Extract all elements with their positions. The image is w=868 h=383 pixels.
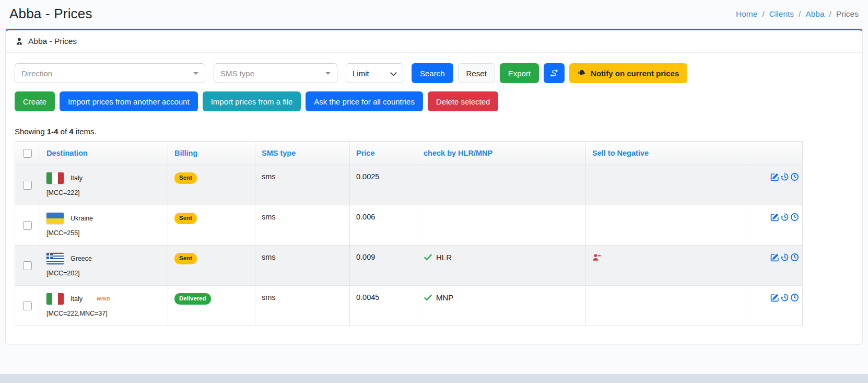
edit-icon	[770, 293, 779, 302]
items-summary: Showing 1-4 of 4 items.	[15, 127, 853, 136]
check-icon	[424, 253, 432, 262]
table-row: Italy [MCC=222] Sent sms 0.0025	[15, 165, 803, 205]
sort-billing[interactable]: Billing	[174, 149, 197, 157]
destination-cell: Ukraine [MCC=255]	[40, 205, 168, 246]
row-checkbox[interactable]	[23, 221, 32, 230]
check-hlr-mnp-cell	[417, 205, 586, 246]
mcc-code: [MCC=222,MNC=37]	[46, 310, 161, 317]
summary-range: 1-4	[47, 127, 58, 136]
billing-cell: Delivered	[168, 286, 255, 326]
import-from-file-button[interactable]: Import prices from a file	[203, 91, 301, 111]
price-cell: 0.006	[350, 205, 417, 246]
sms-type-cell: sms	[255, 246, 350, 286]
route-button[interactable]	[544, 63, 565, 83]
sms-type-placeholder: SMS type	[220, 69, 254, 78]
breadcrumb-clients[interactable]: Clients	[769, 9, 794, 19]
edit-icon	[770, 172, 779, 181]
select-all-checkbox[interactable]	[23, 149, 32, 158]
country-name: Italy	[71, 295, 83, 303]
breadcrumb-separator: /	[829, 9, 831, 19]
edit-action[interactable]	[770, 172, 779, 181]
edit-action[interactable]	[770, 213, 779, 222]
summary-total: 4	[69, 127, 73, 136]
country-name: Ukraine	[71, 215, 93, 222]
sell-to-negative-cell	[586, 205, 745, 246]
delete-selected-button[interactable]: Delete selected	[428, 91, 498, 111]
person-minus-icon	[592, 253, 601, 262]
panel-title: Abba - Prices	[28, 37, 77, 46]
country-name: Italy	[71, 175, 83, 182]
sort-sell-to-negative[interactable]: Sell to Negative	[592, 149, 649, 157]
clock-icon	[790, 293, 799, 302]
sort-sms-type[interactable]: SMS type	[262, 149, 296, 157]
ask-price-button[interactable]: Ask the price for all countries	[306, 91, 423, 111]
actions-cell	[745, 286, 803, 326]
history-icon	[780, 293, 789, 302]
filter-row: Direction SMS type Limit Search Reset Ex…	[15, 63, 853, 83]
row-checkbox[interactable]	[23, 261, 32, 270]
edit-action[interactable]	[770, 293, 779, 302]
export-button[interactable]: Export	[500, 63, 539, 83]
action-row: Create Import prices from another accoun…	[15, 91, 853, 111]
table-row: Italy WIND [MCC=222,MNC=37] Delivered sm…	[15, 286, 803, 326]
billing-badge: Sent	[174, 253, 197, 264]
table-header-row: Destination Billing SMS type Price check…	[15, 142, 803, 165]
country-flag	[46, 293, 64, 305]
breadcrumb-abba[interactable]: Abba	[805, 9, 824, 19]
create-button[interactable]: Create	[15, 91, 55, 111]
breadcrumb-home[interactable]: Home	[736, 9, 757, 19]
limit-select-wrap: Limit	[346, 63, 403, 83]
billing-badge: Sent	[174, 213, 197, 224]
sms-type-select[interactable]: SMS type	[214, 63, 337, 83]
schedule-action[interactable]	[790, 172, 799, 181]
billing-cell: Sent	[168, 246, 255, 286]
check-icon	[424, 293, 432, 302]
table-row: Ukraine [MCC=255] Sent sms 0.006	[15, 205, 803, 246]
sms-type-cell: sms	[255, 165, 350, 205]
schedule-action[interactable]	[790, 253, 799, 262]
sort-price[interactable]: Price	[356, 149, 374, 157]
history-icon	[780, 172, 789, 181]
reset-button[interactable]: Reset	[458, 63, 495, 83]
route-icon	[550, 69, 559, 78]
notify-label: Notify on current prices	[591, 69, 679, 77]
actions-cell	[745, 165, 803, 205]
sort-check-hlr-mnp[interactable]: check by HLR/MNP	[424, 149, 492, 157]
history-icon	[780, 253, 789, 262]
edit-icon	[770, 213, 779, 222]
country-flag	[46, 213, 64, 224]
sms-type-cell: sms	[255, 205, 350, 246]
notify-button[interactable]: Notify on current prices	[569, 63, 687, 83]
price-cell: 0.0045	[350, 286, 417, 326]
mcc-code: [MCC=202]	[46, 270, 161, 277]
limit-select[interactable]: Limit	[346, 63, 403, 83]
history-action[interactable]	[780, 293, 789, 302]
price-cell: 0.009	[350, 246, 417, 286]
history-action[interactable]	[780, 172, 789, 181]
sell-to-negative-cell	[586, 165, 745, 205]
schedule-action[interactable]	[790, 293, 799, 302]
billing-cell: Sent	[168, 165, 255, 205]
row-checkbox[interactable]	[23, 181, 32, 190]
check-type-label: MNP	[436, 293, 453, 302]
price-cell: 0.0025	[350, 165, 417, 205]
edit-icon	[770, 253, 779, 262]
prices-table: Destination Billing SMS type Price check…	[15, 141, 803, 326]
sms-type-cell: sms	[255, 286, 350, 326]
search-button[interactable]: Search	[412, 63, 453, 83]
sort-destination[interactable]: Destination	[46, 149, 88, 157]
import-from-account-button[interactable]: Import prices from another account	[60, 91, 198, 111]
country-flag	[46, 253, 64, 264]
billing-cell: Sent	[168, 205, 255, 246]
history-action[interactable]	[780, 213, 789, 222]
direction-select[interactable]: Direction	[15, 63, 205, 83]
country-flag	[46, 172, 64, 184]
check-hlr-mnp-cell: HLR	[417, 246, 586, 286]
check-hlr-mnp-cell: MNP	[417, 286, 586, 326]
schedule-action[interactable]	[790, 213, 799, 222]
sell-to-negative-cell	[586, 286, 745, 326]
destination-cell: Greece [MCC=202]	[40, 246, 168, 286]
history-action[interactable]	[780, 253, 789, 262]
edit-action[interactable]	[770, 253, 779, 262]
row-checkbox[interactable]	[23, 301, 32, 310]
